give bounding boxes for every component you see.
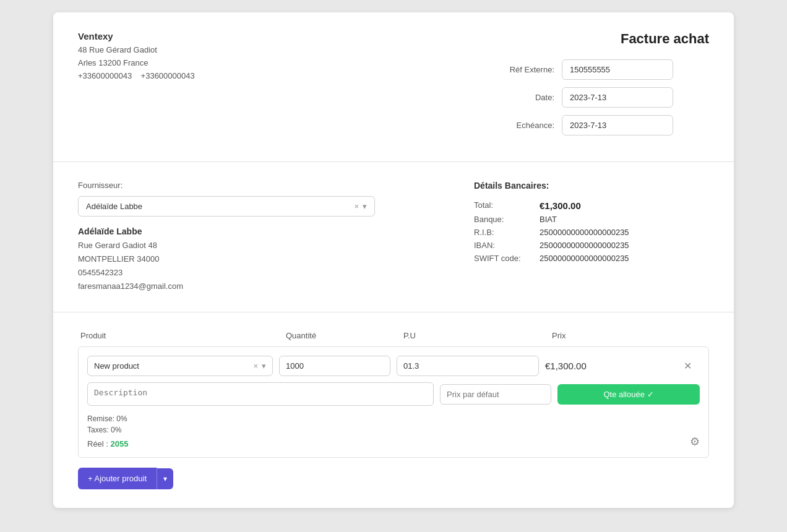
invoice-page: Ventexy 48 Rue Gérard Gadiot Arles 13200… [53,12,734,508]
supplier-address1: Rue Gerard Gadiot 48 [78,239,375,252]
bank-iban-value: 25000000000000000235 [540,241,629,250]
supplier-info: Adélaïde Labbe Rue Gerard Gadiot 48 MONT… [78,226,375,293]
echeance-label: Echéance: [499,121,554,130]
bank-total-row: Total: €1,300.00 [474,200,709,211]
supplier-email: faresmanaa1234@gmail.com [78,280,375,293]
bank-rib-row: R.I.B: 25000000000000000235 [474,228,709,237]
bank-total-label: Total: [474,200,530,211]
add-product-dropdown-button[interactable]: ▾ [157,468,173,489]
remove-product-button[interactable]: ✕ [675,358,700,374]
product-row-top: New product × ▾ €1,300.00 ✕ [87,356,700,376]
company-address1: 48 Rue Gérard Gadiot [78,44,195,57]
product-select[interactable]: New product × ▾ [87,356,273,376]
invoice-details: Facture achat Réf Externe: Date: Echéanc… [499,31,709,143]
bank-banque-label: Banque: [474,215,530,224]
products-table-header: Produit Quantité P.U Prix [78,331,709,340]
bank-details-title: Détails Bancaires: [474,181,709,191]
pu-input[interactable] [397,356,539,376]
ref-row: Réf Externe: [499,59,709,80]
date-row: Date: [499,87,709,108]
col-actions-header [682,331,707,340]
company-phones: +33600000043 +33600000043 [78,70,195,83]
bank-iban-label: IBAN: [474,241,530,250]
reel-label: Réel : [87,439,108,448]
company-info: Ventexy 48 Rue Gérard Gadiot Arles 13200… [78,31,195,82]
reel-info: Réel : 2055 [87,439,700,448]
echeance-row: Echéance: [499,115,709,135]
product-clear-icon[interactable]: × [253,361,258,371]
select-actions: × ▾ [354,202,367,211]
echeance-input[interactable] [562,115,673,135]
taxes-value: Taxes: 0% [87,426,434,434]
clear-icon[interactable]: × [354,202,359,211]
products-section: Produit Quantité P.U Prix New product × … [53,312,734,508]
quantity-input[interactable] [279,356,390,376]
qte-allouee-button[interactable]: Qte allouée ✓ [557,384,700,405]
fournisseur-label: Fournisseur: [78,181,375,190]
bank-total-value: €1,300.00 [540,200,581,211]
bank-swift-row: SWIFT code: 25000000000000000235 [474,254,709,263]
col-product-header: Produit [80,331,280,340]
bank-banque-row: Banque: BIAT [474,215,709,224]
reel-count: 2055 [111,439,129,448]
chevron-down-icon: ▾ [363,202,367,211]
remise-taxes: Remise: 0% Taxes: 0% [87,412,434,434]
company-address2: Arles 13200 France [78,57,195,70]
col-pu-header: P.U [403,331,546,340]
product-price: €1,300.00 [545,361,669,371]
invoice-title: Facture achat [499,31,709,47]
add-product-button[interactable]: + Ajouter produit [78,468,157,489]
product-select-value: New product [94,361,139,371]
product-row: New product × ▾ €1,300.00 ✕ Qte allouée … [78,346,709,458]
col-quantite-header: Quantité [286,331,397,340]
bank-swift-value: 25000000000000000235 [540,254,629,263]
ref-label: Réf Externe: [499,65,554,74]
supplier-phone: 0545542323 [78,266,375,280]
prix-defaut-input[interactable] [440,384,551,405]
description-input[interactable] [87,382,434,406]
product-chevron-icon: ▾ [262,361,266,371]
bank-rib-label: R.I.B: [474,228,530,237]
price-col: €1,300.00 [545,361,669,371]
add-product-wrapper: + Ajouter produit ▾ [78,468,709,489]
bank-rib-value: 25000000000000000235 [540,228,629,237]
company-name: Ventexy [78,31,195,41]
bank-iban-row: IBAN: 25000000000000000235 [474,241,709,250]
supplier-name: Adélaïde Labbe [78,226,375,236]
ref-input[interactable] [562,59,673,80]
col-prix-header: Prix [552,331,676,340]
remise-value: Remise: 0% [87,414,434,423]
supplier-address2: MONTPELLIER 34000 [78,252,375,266]
bank-details: Détails Bancaires: Total: €1,300.00 Banq… [474,181,709,293]
fournisseur-selected-value: Adélaïde Labbe [86,202,354,211]
gear-icon-button[interactable]: ⚙ [690,435,700,448]
fournisseur-select[interactable]: Adélaïde Labbe × ▾ [78,196,375,217]
header-section: Ventexy 48 Rue Gérard Gadiot Arles 13200… [53,12,734,162]
fournisseur-section: Fournisseur: Adélaïde Labbe × ▾ Adélaïde… [53,162,734,312]
product-row-bottom: Qte allouée ✓ Remise: 0% Taxes: 0% [87,382,700,434]
product-select-actions: × ▾ [253,361,266,371]
date-input[interactable] [562,87,673,108]
fournisseur-left: Fournisseur: Adélaïde Labbe × ▾ Adélaïde… [78,181,375,293]
bank-swift-label: SWIFT code: [474,254,530,263]
bank-banque-value: BIAT [540,215,557,224]
date-label: Date: [499,93,554,102]
